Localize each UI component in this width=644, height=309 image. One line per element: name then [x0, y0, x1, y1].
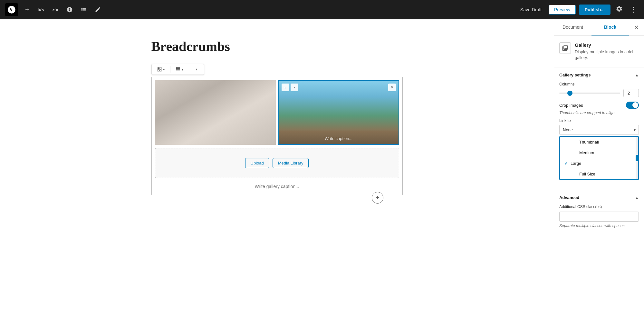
editor-area: Breadcrumbs ▾ ▾ ⋮: [0, 19, 554, 309]
link-option-large[interactable]: Large: [560, 158, 638, 169]
crop-images-toggle-row: Crop images: [559, 102, 639, 109]
gallery-images: ‹ › ✕ Write caption...: [155, 80, 399, 145]
advanced-title: Advanced: [559, 195, 579, 200]
alignment-button[interactable]: ▾: [173, 65, 186, 73]
editor-content: Breadcrumbs ▾ ▾ ⋮: [151, 39, 403, 213]
tab-document[interactable]: Document: [554, 19, 591, 35]
svg-rect-0: [158, 67, 159, 69]
link-option-fullsize[interactable]: Full Size: [560, 169, 638, 179]
upload-button[interactable]: Upload: [245, 158, 269, 168]
topbar-right: Save Draft Preview Publish... ⋮: [516, 3, 639, 16]
topbar: Save Draft Preview Publish... ⋮: [0, 0, 644, 19]
upload-area: Upload Media Library: [155, 148, 399, 178]
gallery-image-1[interactable]: [155, 80, 276, 145]
desk-image-placeholder: [155, 80, 276, 145]
crop-images-toggle[interactable]: [626, 102, 639, 109]
css-hint: Separate multiple classes with spaces.: [559, 224, 639, 228]
advanced-collapse-chevron-icon: ▲: [635, 195, 639, 200]
link-to-dropdown: Thumbnail Medium Large Full Size: [559, 136, 639, 180]
image-caption[interactable]: Write caption...: [279, 130, 399, 144]
advanced-section: Advanced ▲ Additional CSS class(es) Sepa…: [554, 190, 644, 233]
landscape-image-placeholder: ‹ › ✕ Write caption...: [278, 80, 399, 145]
upload-buttons: Upload Media Library: [245, 158, 309, 168]
gallery-settings-title: Gallery settings: [559, 73, 591, 77]
link-to-label: Link to: [559, 118, 639, 123]
gallery-settings-header[interactable]: Gallery settings ▲: [559, 73, 639, 77]
link-option-thumbnail[interactable]: Thumbnail: [560, 137, 638, 147]
toolbar-separator-2: [189, 66, 189, 73]
sidebar: Document Block ✕ Gallery Display multipl…: [554, 19, 644, 309]
tab-block[interactable]: Block: [591, 19, 629, 35]
crop-hint: Thumbnails are cropped to align.: [559, 111, 639, 115]
columns-number-input[interactable]: 2: [623, 89, 639, 97]
add-block-bottom-button[interactable]: +: [372, 192, 383, 204]
image-nav: ‹ ›: [282, 84, 298, 91]
columns-slider[interactable]: [559, 93, 620, 94]
block-toolbar: ▾ ▾ ⋮: [151, 64, 204, 75]
css-classes-input[interactable]: [559, 212, 639, 222]
link-to-select-wrapper: None: [559, 125, 639, 135]
block-type-description: Display multiple images in a rich galler…: [575, 49, 639, 61]
redo-button[interactable]: [50, 5, 61, 15]
topbar-left: [5, 3, 103, 16]
change-block-type-button[interactable]: ▾: [154, 65, 168, 73]
undo-button[interactable]: [36, 5, 46, 15]
crop-images-label: Crop images: [559, 103, 583, 108]
close-sidebar-button[interactable]: ✕: [629, 21, 644, 34]
publish-button[interactable]: Publish...: [579, 5, 610, 15]
gallery-image-2[interactable]: ‹ › ✕ Write caption...: [278, 80, 399, 145]
dropdown-scrollbar[interactable]: [636, 137, 638, 179]
block-info-header: Gallery Display multiple images in a ric…: [559, 42, 639, 61]
block-info-text: Gallery Display multiple images in a ric…: [575, 42, 639, 61]
media-library-button[interactable]: Media Library: [273, 158, 309, 168]
collapse-chevron-icon: ▲: [635, 73, 639, 77]
link-to-select[interactable]: None: [559, 125, 639, 135]
info-button[interactable]: [64, 5, 75, 15]
save-draft-button[interactable]: Save Draft: [516, 5, 545, 14]
post-title[interactable]: Breadcrumbs: [151, 39, 403, 54]
svg-rect-1: [159, 67, 161, 69]
svg-rect-2: [158, 70, 159, 71]
toolbar-separator: [170, 66, 170, 73]
block-info: Gallery Display multiple images in a ric…: [554, 36, 644, 67]
tools-button[interactable]: [93, 5, 103, 15]
more-options-button[interactable]: ⋮: [628, 4, 639, 16]
sidebar-header: Document Block ✕: [554, 19, 644, 36]
more-block-options-button[interactable]: ⋮: [192, 65, 201, 73]
dropdown-scrollbar-thumb: [636, 155, 638, 161]
list-view-button[interactable]: [79, 5, 89, 15]
sidebar-tabs: Document Block: [554, 19, 629, 35]
wordpress-logo[interactable]: [5, 3, 18, 16]
settings-button[interactable]: [614, 3, 625, 16]
link-to-setting: Link to None Thumbnail Medium Large: [559, 118, 639, 180]
block-type-name: Gallery: [575, 42, 639, 48]
preview-button[interactable]: Preview: [549, 5, 576, 15]
columns-slider-row: 2: [559, 89, 639, 97]
columns-label: Columns: [559, 82, 639, 86]
gallery-caption-input[interactable]: [155, 181, 399, 192]
image-remove-button[interactable]: ✕: [388, 84, 396, 91]
add-block-button[interactable]: [22, 5, 32, 15]
gallery-block: ‹ › ✕ Write caption... Upload Media Libr…: [151, 77, 403, 195]
advanced-section-header[interactable]: Advanced ▲: [559, 195, 639, 200]
image-next-button[interactable]: ›: [291, 84, 298, 91]
link-option-medium[interactable]: Medium: [560, 147, 638, 158]
image-prev-button[interactable]: ‹: [282, 84, 289, 91]
gallery-block-icon: [559, 42, 571, 54]
main-layout: Breadcrumbs ▾ ▾ ⋮: [0, 19, 644, 309]
svg-rect-3: [159, 70, 161, 71]
gallery-settings-section: Gallery settings ▲ Columns 2 Crop images: [554, 67, 644, 190]
css-classes-label: Additional CSS class(es): [559, 204, 639, 209]
columns-setting: Columns 2: [559, 82, 639, 97]
